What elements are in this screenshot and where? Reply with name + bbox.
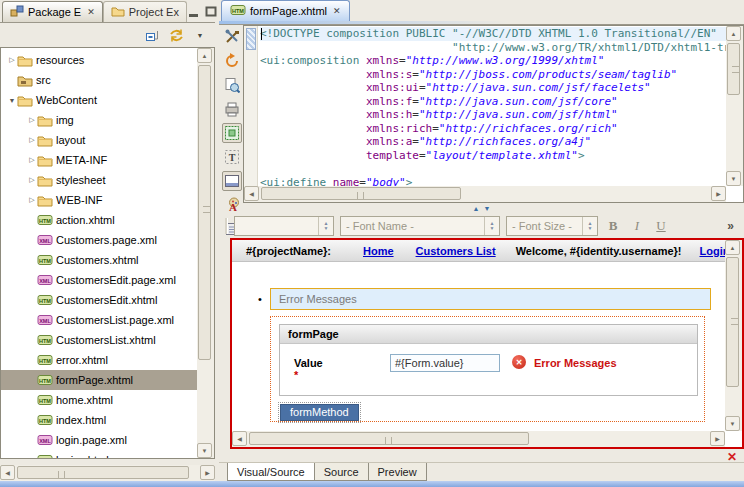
expand-arrow-icon[interactable]: ▷ [27, 136, 37, 144]
font-name-select[interactable]: - Font Name - ▲▼ [340, 216, 500, 236]
tree-item-resources[interactable]: ▷resources [1, 50, 197, 70]
tab-visual-source[interactable]: Visual/Source [227, 463, 315, 481]
close-icon[interactable]: ✕ [85, 7, 95, 17]
source-vscrollbar[interactable]: ▲ ▼ [726, 26, 743, 186]
tree-item-meta-inf[interactable]: ▷META-INF [1, 150, 197, 170]
collapse-all-icon[interactable] [143, 27, 161, 44]
spinner-icon[interactable]: ▲▼ [582, 217, 597, 235]
toolbar-overflow-icon[interactable]: » [727, 219, 744, 233]
tree-item-login-page-xml[interactable]: XMLlogin.page.xml [1, 430, 197, 450]
source-vscroll-thumb[interactable] [727, 43, 740, 95]
show-invisible-tags-toggle-icon[interactable]: T [222, 147, 242, 167]
show-border-toggle-icon[interactable] [222, 123, 242, 143]
font-size-select[interactable]: - Font Size - ▲▼ [506, 216, 598, 236]
tree-hscrollbar[interactable]: ◀ ▶ [0, 465, 215, 481]
scroll-down-icon[interactable]: ▼ [726, 171, 741, 186]
scroll-up-icon[interactable]: ▲ [726, 26, 741, 41]
source-hscroll-thumb[interactable] [261, 187, 461, 200]
tree-vscroll-thumb[interactable] [198, 65, 211, 360]
global-error-messages-box[interactable]: Error Messages [270, 288, 711, 310]
tree-item-home-xhtml[interactable]: HTMhome.xhtml [1, 390, 197, 410]
source-editor[interactable]: <!DOCTYPE composition PUBLIC "-//W3C//DT… [243, 25, 744, 203]
formmethod-button[interactable]: formMethod [280, 404, 359, 421]
tree-vscrollbar[interactable]: ▲ ▼ [197, 48, 214, 458]
tree-item-webcontent[interactable]: ▼WebContent [1, 90, 197, 110]
visual-vscroll-thumb[interactable] [726, 257, 739, 387]
login-link[interactable]: Login [700, 245, 726, 257]
scroll-right-icon[interactable]: ▶ [200, 465, 215, 480]
refresh-icon[interactable] [222, 51, 242, 71]
formpage-panel[interactable]: formPage Value * #{Form.value} ✕ Error M… [279, 324, 698, 396]
tree-item-index-html[interactable]: HTMindex.html [1, 410, 197, 430]
underline-button[interactable]: U [652, 218, 670, 234]
expand-arrow-icon[interactable]: ▷ [27, 196, 37, 204]
view-menu-icon[interactable]: ▼ [191, 27, 209, 44]
expand-arrow-icon[interactable]: ▷ [7, 56, 17, 64]
code-line-11[interactable] [260, 162, 726, 176]
source-hscrollbar[interactable]: ◀ ▶ [244, 186, 726, 202]
scroll-left-icon[interactable]: ◀ [0, 465, 15, 480]
tree-hscroll-thumb[interactable] [17, 466, 189, 479]
tree-item-stylesheet[interactable]: ▷stylesheet [1, 170, 197, 190]
toolbar-handle[interactable] [225, 218, 228, 234]
scroll-up-icon[interactable]: ▲ [725, 240, 740, 255]
spinner-icon[interactable]: ▲▼ [484, 217, 499, 235]
scroll-down-icon[interactable]: ▼ [725, 416, 740, 431]
code-line-1[interactable]: <!DOCTYPE composition PUBLIC "-//W3C//DT… [260, 27, 726, 41]
block-format-select[interactable]: ▲▼ [234, 216, 334, 236]
visual-hscroll-thumb[interactable] [249, 432, 529, 445]
tree-item-img[interactable]: ▷img [1, 110, 197, 130]
code-line-12[interactable]: <ui:define name="body"> [260, 176, 726, 187]
tab-project-explorer[interactable]: Project Ex [103, 1, 187, 22]
close-icon[interactable]: ✕ [331, 6, 341, 16]
code-line-10[interactable]: template="layout/template.xhtml"> [260, 149, 726, 163]
tree-item-customerslist-page-xml[interactable]: XMLCustomersList.page.xml [1, 310, 197, 330]
visual-vscrollbar[interactable]: ▲ ▼ [725, 240, 742, 431]
tree-item-action-xhtml[interactable]: HTMaction.xhtml [1, 210, 197, 230]
spinner-icon[interactable]: ▲▼ [318, 217, 333, 235]
page-design-options-icon[interactable] [222, 75, 242, 95]
splitter-down-icon[interactable]: ▼ [484, 205, 491, 212]
tab-source[interactable]: Source [314, 463, 369, 481]
code-line-9[interactable]: xmlns:a="http://richfaces.org/a4j" [260, 135, 726, 149]
preferences-icon[interactable] [222, 27, 242, 47]
tab-formpage-xhtml[interactable]: HTM formPage.xhtml ✕ [221, 0, 350, 21]
expand-arrow-icon[interactable]: ▼ [7, 97, 17, 104]
tab-preview[interactable]: Preview [368, 463, 427, 481]
tree-item-error-xhtml[interactable]: HTMerror.xhtml [1, 350, 197, 370]
code-line-8[interactable]: xmlns:rich="http://richfaces.org/rich" [260, 122, 726, 136]
tree-item-layout[interactable]: ▷layout [1, 130, 197, 150]
customers-list-link[interactable]: Customers List [416, 245, 496, 257]
tree-item-src[interactable]: src [1, 70, 197, 90]
editor-splitter[interactable]: ▲ ▼ [219, 203, 744, 213]
code-line-4[interactable]: xmlns:s="http://jboss.com/products/seam/… [260, 68, 726, 82]
code-line-2[interactable]: "http://www.w3.org/TR/xhtml1/DTD/xhtml1-… [260, 41, 726, 55]
show-selection-bar-toggle-icon[interactable] [222, 171, 242, 191]
bold-button[interactable]: B [604, 218, 622, 234]
tree-item-login-xhtml[interactable]: HTMlogin.xhtml [1, 450, 197, 459]
visual-hscrollbar[interactable]: ◀ ▶ [232, 431, 725, 447]
scroll-left-icon[interactable]: ◀ [232, 431, 247, 446]
expand-arrow-icon[interactable]: ▷ [27, 156, 37, 164]
value-input[interactable]: #{Form.value} [390, 354, 500, 372]
code-line-3[interactable]: <ui:composition xmlns="http://www.w3.org… [260, 54, 726, 68]
minimize-icon[interactable] [187, 6, 201, 18]
scroll-left-icon[interactable]: ◀ [244, 186, 259, 201]
home-link[interactable]: Home [363, 245, 394, 257]
tree-item-customersedit-page-xml[interactable]: XMLCustomersEdit.page.xml [1, 270, 197, 290]
source-code[interactable]: <!DOCTYPE composition PUBLIC "-//W3C//DT… [260, 27, 726, 186]
link-with-editor-icon[interactable] [167, 27, 185, 44]
tree-item-customerslist-xhtml[interactable]: HTMCustomersList.xhtml [1, 330, 197, 350]
visual-canvas[interactable]: #{projectName}: Home Customers List Welc… [232, 240, 725, 431]
scroll-up-icon[interactable]: ▲ [197, 48, 212, 63]
scroll-right-icon[interactable]: ▶ [711, 186, 726, 201]
italic-button[interactable]: I [628, 218, 646, 234]
scroll-down-icon[interactable]: ▼ [197, 443, 212, 458]
code-line-7[interactable]: xmlns:h="http://java.sun.com/jsf/html" [260, 108, 726, 122]
tree-item-formpage-xhtml[interactable]: HTMformPage.xhtml [1, 370, 197, 390]
tree-item-customers-xhtml[interactable]: HTMCustomers.xhtml [1, 250, 197, 270]
scroll-right-icon[interactable]: ▶ [710, 431, 725, 446]
code-line-6[interactable]: xmlns:f="http://java.sun.com/jsf/core" [260, 95, 726, 109]
export-icon[interactable] [222, 99, 242, 119]
code-line-5[interactable]: xmlns:ui="http://java.sun.com/jsf/facele… [260, 81, 726, 95]
